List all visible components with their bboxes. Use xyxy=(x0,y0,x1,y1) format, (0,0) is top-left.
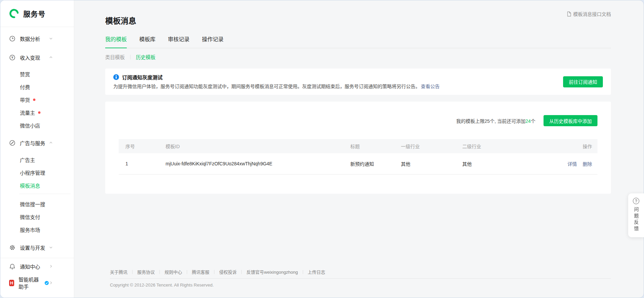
subtab-history-template[interactable]: 历史模板 xyxy=(136,53,155,60)
sidebar-item-label: 收入变现 xyxy=(20,54,40,61)
notice-body: 为提升微信用户体验，服务号订阅通知功能灰度测试中，期间服务号模板消息可正常使用。… xyxy=(113,83,563,90)
footer-separator xyxy=(303,270,303,274)
footer-separator xyxy=(187,270,187,274)
document-icon xyxy=(566,11,572,17)
detail-link[interactable]: 详情 xyxy=(567,161,577,167)
notice-banner-content: 订阅通知灰度测试 为提升微信用户体验，服务号订阅通知功能灰度测试中，期间服务号模… xyxy=(113,74,563,90)
sidebar-item-label: 微信搜一搜 xyxy=(20,200,45,208)
account-logo[interactable]: 服务号 xyxy=(0,0,74,27)
goto-subscribe-notice-button[interactable]: 前往订阅通知 xyxy=(563,76,603,87)
sidebar-item-ads-services[interactable]: 广告与服务 xyxy=(0,136,74,150)
red-dot-badge xyxy=(33,99,35,101)
footer-link-upload-log[interactable]: 上传日志 xyxy=(308,269,325,275)
sidebar-nav: 数据分析 ¥ 收入变现 赞赏 付费 带货 xyxy=(0,27,74,298)
sidebar-item-monetization[interactable]: ¥ 收入变现 xyxy=(0,51,74,64)
subtab-bar: 类目模板 历史模板 xyxy=(105,53,611,60)
main-content: 模板消息接口文档 模板消息 我的模板 模板库 审核记录 操作记录 类目模板 历史… xyxy=(74,0,644,298)
template-panel: 我的模板上限25个, 当前还可添加24个 从历史模板库中添加 序号 模板ID 标… xyxy=(105,102,611,194)
limit-prefix: 我的模板上限25个, 当前还可添加 xyxy=(456,118,525,124)
chevron-right-icon xyxy=(49,281,53,285)
sidebar-item-label: 服务市场 xyxy=(20,226,40,233)
sidebar-item-wechat-pay[interactable]: 微信支付 xyxy=(0,210,74,223)
footer-link-tencent-support[interactable]: 腾讯客服 xyxy=(192,269,209,275)
question-icon: ? xyxy=(633,198,639,204)
sidebar-item-traffic-owner[interactable]: 流量主 xyxy=(0,106,74,119)
footer-link-rules-center[interactable]: 规则中心 xyxy=(165,269,182,275)
copyright-text: Copyright © 2012-2026 Tencent. All Right… xyxy=(110,282,611,288)
chevron-up-icon xyxy=(49,141,53,145)
sidebar-divider xyxy=(19,194,70,194)
add-from-history-library-button[interactable]: 从历史模板库中添加 xyxy=(544,115,597,126)
tab-operation-records[interactable]: 操作记录 xyxy=(202,35,224,48)
verified-badge-icon xyxy=(45,281,49,285)
sidebar-item-template-message[interactable]: 模板消息 xyxy=(0,179,74,192)
sidebar-item-paid[interactable]: 付费 xyxy=(0,80,74,93)
sidebar-item-advertiser[interactable]: 广告主 xyxy=(0,153,74,166)
sidebar: 服务号 数据分析 ¥ 收入变现 xyxy=(0,0,74,298)
delete-link[interactable]: 删除 xyxy=(583,161,592,167)
cell-industry-level2: 其他 xyxy=(462,153,547,174)
column-header-index: 序号 xyxy=(119,139,166,153)
footer-separator xyxy=(159,270,160,274)
subtab-category-template[interactable]: 类目模板 xyxy=(105,53,125,60)
sidebar-item-notification-center[interactable]: 通知中心 xyxy=(0,260,74,273)
footer-link-service-agreement[interactable]: 服务协议 xyxy=(137,269,155,275)
sidebar-divider xyxy=(0,258,74,258)
svg-text:¥: ¥ xyxy=(11,55,13,59)
chevron-down-icon xyxy=(49,245,53,249)
sidebar-item-appreciation[interactable]: 赞赏 xyxy=(0,67,74,80)
info-icon xyxy=(113,74,119,80)
column-header-template-id: 模板ID xyxy=(166,139,350,153)
sidebar-item-wechat-store[interactable]: 微信小店 xyxy=(0,119,74,132)
page-footer: 关于腾讯 服务协议 规则中心 腾讯客服 侵权投诉 反馈官号weixingongz… xyxy=(105,269,611,298)
sidebar-item-label: 赞赏 xyxy=(20,71,30,78)
tab-review-records[interactable]: 审核记录 xyxy=(168,35,189,48)
limit-suffix: 个 xyxy=(531,118,535,124)
sidebar-item-settings-dev[interactable]: 设置与开发 xyxy=(0,241,74,254)
tab-my-templates[interactable]: 我的模板 xyxy=(105,35,127,48)
footer-separator xyxy=(241,270,242,274)
cell-title: 新预约通知 xyxy=(350,153,401,174)
chevron-down-icon xyxy=(49,36,53,40)
footer-link-infringement-complaint[interactable]: 侵权投诉 xyxy=(219,269,237,275)
sidebar-item-label: 小程序管理 xyxy=(20,169,45,176)
sidebar-item-ai-assistant[interactable]: H 智能机器助手 xyxy=(0,276,74,290)
sidebar-item-label: 带货 xyxy=(20,96,30,103)
sidebar-item-data-analysis[interactable]: 数据分析 xyxy=(0,32,74,45)
api-doc-link[interactable]: 模板消息接口文档 xyxy=(566,10,611,17)
footer-separator xyxy=(132,270,133,274)
sidebar-item-label: 模板消息 xyxy=(20,182,40,189)
footer-separator xyxy=(214,270,214,274)
gear-icon xyxy=(9,244,16,251)
tab-template-library[interactable]: 模板库 xyxy=(139,35,155,48)
footer-link-about-tencent[interactable]: 关于腾讯 xyxy=(110,269,127,275)
subtab-separator xyxy=(130,55,130,59)
panel-toolbar: 我的模板上限25个, 当前还可添加24个 从历史模板库中添加 xyxy=(119,102,597,126)
notice-body-text: 为提升微信用户体验，服务号订阅通知功能灰度测试中，期间服务号模板消息可正常使用。… xyxy=(113,84,420,89)
sidebar-item-label: 微信支付 xyxy=(20,213,40,220)
view-announcement-link[interactable]: 查看公告 xyxy=(421,84,440,89)
footer-link-feedback-account[interactable]: 反馈官号weixingongzhong xyxy=(246,269,298,275)
account-type-label: 服务号 xyxy=(23,8,46,19)
app-window: 服务号 数据分析 ¥ 收入变现 xyxy=(0,0,644,298)
sidebar-item-label: 通知中心 xyxy=(20,263,40,270)
column-header-industry-level2: 二级行业 xyxy=(462,139,547,153)
sidebar-item-label: 微信小店 xyxy=(20,122,40,129)
footer-divider xyxy=(110,278,611,279)
sidebar-item-wechat-search[interactable]: 微信搜一搜 xyxy=(0,197,74,210)
sidebar-item-commerce[interactable]: 带货 xyxy=(0,93,74,106)
template-limit-text: 我的模板上限25个, 当前还可添加24个 xyxy=(456,117,535,124)
cell-actions: 详情 删除 xyxy=(547,153,597,174)
wechat-service-logo-icon xyxy=(9,8,19,19)
notice-banner: 订阅通知灰度测试 为提升微信用户体验，服务号订阅通知功能灰度测试中，期间服务号模… xyxy=(105,69,611,95)
bell-icon xyxy=(9,263,16,270)
sidebar-item-label: 广告与服务 xyxy=(20,139,45,146)
sidebar-item-label: 付费 xyxy=(20,83,30,90)
sidebar-item-miniprogram-management[interactable]: 小程序管理 xyxy=(0,166,74,179)
page-title: 模板消息 xyxy=(105,15,611,26)
table-row: 1 mjUuix-fdfe8KiKxiql7FzOfC9Uo284xwThjNq… xyxy=(119,153,597,174)
feedback-widget[interactable]: ? 问题反馈 xyxy=(628,193,644,237)
footer-links: 关于腾讯 服务协议 规则中心 腾讯客服 侵权投诉 反馈官号weixingongz… xyxy=(110,269,611,275)
chevron-right-icon xyxy=(49,264,53,268)
sidebar-item-service-market[interactable]: 服务市场 xyxy=(0,223,74,236)
